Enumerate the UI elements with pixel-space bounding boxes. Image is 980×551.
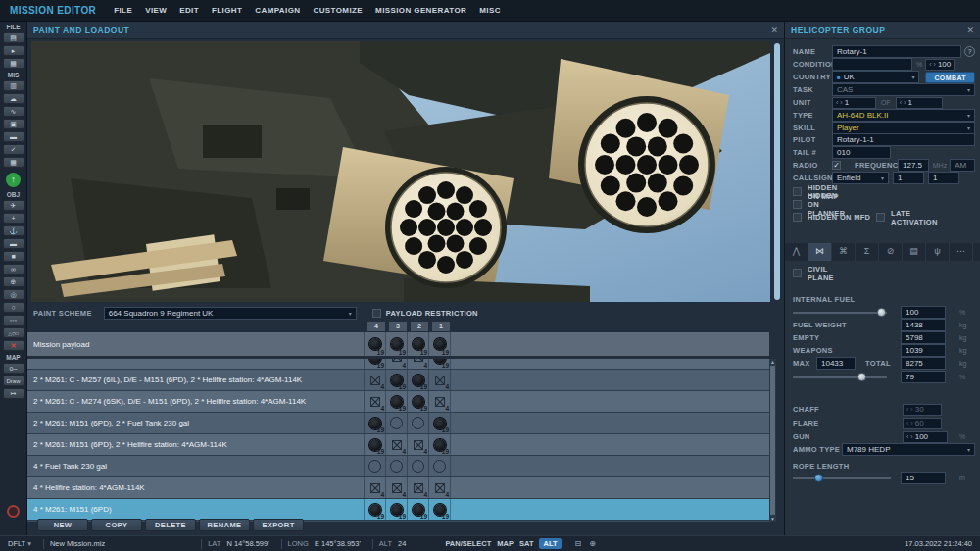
mission-payload-row[interactable]: Mission payload 19 19 19 19: [27, 332, 769, 356]
map-layer-dropdown[interactable]: DFLT ▾: [8, 539, 31, 548]
fly-mission-button[interactable]: ↑: [6, 173, 21, 187]
shapes-button[interactable]: △◇□: [3, 327, 24, 338]
add-point-button[interactable]: ○: [3, 302, 24, 313]
pylon-cell[interactable]: 4: [385, 359, 407, 369]
pylon-cell[interactable]: 19: [385, 391, 407, 412]
combat-button[interactable]: COMBAT: [925, 72, 975, 83]
briefing-button[interactable]: ▥: [3, 80, 24, 91]
slider-thumb[interactable]: [877, 308, 886, 317]
measure-icon[interactable]: ⊟: [575, 539, 582, 548]
payload-row[interactable]: 2 * M261: C - M257 (6IL), D/E - M151 (6P…: [27, 370, 769, 391]
unit-list-button[interactable]: ▦: [3, 157, 24, 168]
rename-button[interactable]: RENAME: [199, 519, 250, 531]
slider-thumb[interactable]: [858, 373, 866, 381]
pylon-cell[interactable]: 19: [428, 413, 450, 433]
menu-file[interactable]: FILE: [114, 6, 132, 15]
payload-list-scrollbar[interactable]: ▲ ▼: [769, 359, 776, 522]
draw-button[interactable]: Draw: [3, 376, 24, 386]
pylon-cell[interactable]: [407, 413, 428, 433]
pylon-cell[interactable]: 4: [428, 370, 450, 390]
rope-length-slider[interactable]: [793, 477, 891, 479]
pylon-cell[interactable]: 19: [407, 499, 428, 520]
radio-checkbox[interactable]: ✓: [832, 161, 841, 170]
payload-row[interactable]: 2 * M261: M151 (6PD), 2 * Hellfire stati…: [27, 434, 769, 456]
zone-button[interactable]: ▣: [3, 119, 24, 129]
rope-length-field[interactable]: 15: [901, 472, 946, 484]
scrollbar-thumb[interactable]: [770, 366, 775, 515]
tab-datalink[interactable]: ψ: [926, 243, 950, 261]
internal-fuel-field[interactable]: 100: [901, 306, 946, 319]
new-button[interactable]: NEW: [37, 519, 88, 531]
menu-edit[interactable]: EDIT: [179, 6, 199, 15]
map-view-button[interactable]: MAP: [497, 539, 514, 548]
condition-field[interactable]: [832, 58, 912, 71]
add-airplane-button[interactable]: ✈: [3, 200, 24, 211]
add-target-button[interactable]: ◎: [3, 289, 24, 300]
scroll-down-icon[interactable]: ▼: [770, 516, 775, 522]
alt-view-button[interactable]: ALT: [539, 538, 561, 549]
step-right-icon[interactable]: ›: [934, 61, 936, 68]
payload-row-clipped[interactable]: 19 4 4 19: [27, 359, 769, 370]
close-icon[interactable]: ✕: [770, 25, 778, 35]
add-static-button[interactable]: ■: [3, 251, 24, 262]
pylon-cell[interactable]: 19: [407, 332, 428, 356]
add-ship-button[interactable]: ⚓: [3, 225, 24, 236]
payload-row[interactable]: 2 * M261: M151 (6PD), 2 * Fuel Tank 230 …: [27, 413, 769, 434]
pylon-cell[interactable]: 19: [407, 370, 428, 390]
country-dropdown[interactable]: ■ UK ▾: [832, 71, 919, 83]
frequency-field[interactable]: 127.5: [898, 159, 929, 172]
pylon-cell[interactable]: 19: [385, 332, 407, 356]
weather-button[interactable]: ☁: [3, 93, 24, 104]
formation-button[interactable]: ◦◦◦: [3, 315, 24, 326]
measure-distance-button[interactable]: ↦: [3, 388, 24, 399]
open-mission-button[interactable]: ▸: [3, 45, 24, 56]
pylon-cell[interactable]: [364, 456, 385, 476]
pylon-cell[interactable]: [407, 456, 428, 476]
tab-failures[interactable]: ⊘: [879, 243, 903, 261]
callsign-num2-field[interactable]: 1: [928, 172, 959, 184]
internal-fuel-slider[interactable]: [793, 312, 887, 314]
delete-object-button[interactable]: ✕: [3, 340, 24, 351]
tab-cartridge[interactable]: ▤: [903, 243, 926, 261]
group-name-field[interactable]: Rotary-1: [832, 45, 961, 58]
hidden-on-mfd-checkbox[interactable]: [793, 213, 802, 222]
tab-route[interactable]: ⋀: [785, 243, 808, 261]
pylon-cell[interactable]: 4: [407, 359, 428, 369]
pylon-cell[interactable]: 4: [364, 370, 385, 390]
add-helicopter-button[interactable]: +: [3, 213, 24, 224]
menu-flight[interactable]: FLIGHT: [212, 6, 242, 15]
pylon-cell[interactable]: 19: [428, 332, 450, 356]
scroll-up-icon[interactable]: ▲: [770, 359, 775, 365]
pylon-cell[interactable]: 19: [428, 499, 450, 520]
step-left-icon[interactable]: ‹: [929, 61, 931, 68]
type-dropdown[interactable]: AH-64D BLK.II ▾: [832, 109, 975, 122]
add-vehicle-button[interactable]: ▬: [3, 238, 24, 249]
tab-summary[interactable]: Σ: [856, 243, 879, 261]
delete-button[interactable]: DELETE: [145, 519, 196, 531]
pylon-cell[interactable]: 4: [385, 434, 407, 455]
compass-icon[interactable]: ⊕: [589, 539, 596, 548]
pylon-cell[interactable]: 19: [428, 359, 450, 369]
tail-number-field[interactable]: 010: [832, 146, 891, 159]
pylon-cell[interactable]: 19: [364, 499, 385, 520]
menu-customize[interactable]: CUSTOMIZE: [313, 6, 363, 15]
copy-button[interactable]: COPY: [91, 519, 142, 531]
late-activation-checkbox[interactable]: [876, 213, 885, 222]
unit-of-stepper[interactable]: ‹ › 1: [896, 97, 943, 109]
pylon-cell[interactable]: 19: [385, 370, 407, 390]
pylon-cell[interactable]: 4: [428, 477, 450, 498]
add-waypoint-button[interactable]: ⊕: [3, 276, 24, 287]
pylon-cell[interactable]: [385, 413, 407, 433]
paint-scheme-dropdown[interactable]: 664 Squadron 9 Regiment UK ▾: [104, 307, 357, 320]
bridge-button[interactable]: ▬: [3, 131, 24, 142]
pylon-cell[interactable]: 4: [428, 391, 450, 412]
payload-row[interactable]: 2 * M261: C - M274 (6SK), D/E - M151 (6P…: [27, 391, 769, 413]
condition-stepper[interactable]: ‹ › 100: [925, 59, 955, 71]
pylon-cell[interactable]: 19: [364, 359, 385, 369]
new-mission-button[interactable]: ▤: [3, 32, 24, 43]
export-button[interactable]: EXPORT: [253, 519, 304, 531]
total-weight-slider[interactable]: [793, 376, 887, 378]
menu-misc[interactable]: MISC: [479, 6, 501, 15]
pylon-cell[interactable]: 19: [364, 413, 385, 433]
help-icon[interactable]: ?: [964, 46, 975, 57]
